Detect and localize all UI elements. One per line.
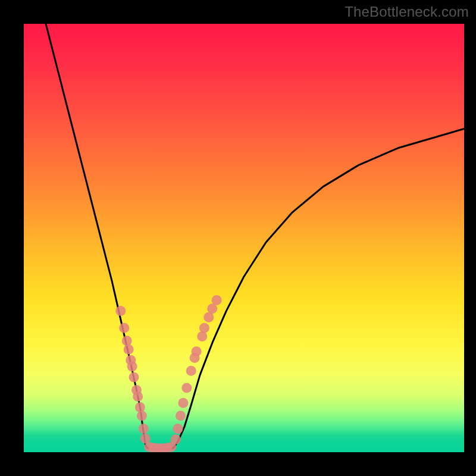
- data-point-left: [115, 306, 126, 316]
- data-point-right: [178, 398, 188, 408]
- chart-svg: [24, 24, 464, 452]
- data-point-right: [176, 411, 186, 421]
- bottleneck-curve: [46, 24, 464, 449]
- data-point-left: [137, 411, 147, 421]
- data-point-left: [139, 424, 149, 434]
- data-point-right: [199, 323, 209, 333]
- data-point-left: [124, 345, 134, 355]
- curve-group: [46, 24, 464, 449]
- data-point-right: [197, 331, 207, 342]
- data-point-left: [133, 392, 143, 402]
- data-point-right: [181, 383, 192, 393]
- data-point-left: [129, 372, 139, 383]
- data-point-left: [127, 362, 137, 372]
- data-point-left: [119, 323, 129, 333]
- data-point-left: [135, 402, 145, 412]
- data-point-right: [212, 295, 222, 305]
- data-point-bottom: [166, 442, 176, 452]
- data-point-left: [122, 336, 132, 346]
- watermark-text: TheBottleneck.com: [345, 4, 469, 20]
- data-point-right: [173, 424, 183, 434]
- data-point-right: [207, 303, 217, 314]
- data-point-right: [192, 346, 202, 356]
- data-point-right: [186, 366, 196, 376]
- chart-frame: TheBottleneck.com: [0, 0, 476, 476]
- plot-area: [24, 24, 464, 452]
- dot-group: [115, 295, 221, 452]
